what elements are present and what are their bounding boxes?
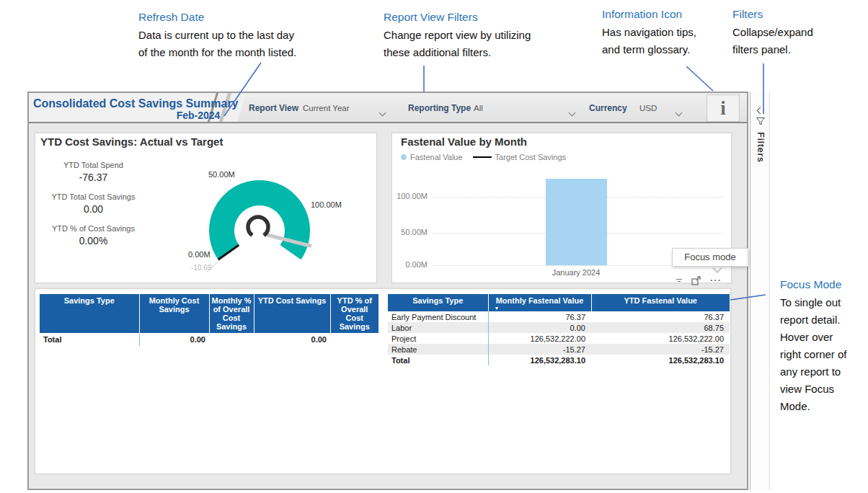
table-row[interactable]: Early Payment Discount76.3776.37 [388,311,730,322]
screenshot-canvas: Refresh Date Data is current up to the l… [0,0,868,493]
column-header[interactable]: Savings Type [388,294,488,311]
table-cell: 126,532,222.00 [488,333,591,344]
table-cell: 68.75 [591,322,730,333]
annotation-body: Change report view by utilizingthese add… [384,27,531,61]
chevron-down-glyph [379,110,386,117]
currency-value[interactable]: USD [639,104,657,112]
gauge-mid-label: 50.00M [208,170,235,179]
sort-descending-icon[interactable]: ▼ [495,306,500,311]
annotation-line: Hover over [780,329,847,346]
annotation-body: Collapse/expandfilters panel. [732,24,813,58]
table-row[interactable]: Rebate-15.27-15.27 [388,344,730,355]
info-button[interactable]: i [707,94,740,122]
filter-line [676,279,682,280]
table-cell: Project [388,333,488,344]
filters-pane-collapsed: Filters [750,92,770,490]
annotation-line: Has navigation tips, [602,24,696,41]
kpi-value: -76.37 [45,171,142,185]
chevron-down-glyph [569,110,576,117]
annotation-title: Filters [732,6,813,23]
table-cell: 126,532,222.00 [591,333,730,344]
gauge-visual-title: YTD Cost Savings: Actual vs Target [40,136,223,148]
table-row[interactable]: Project126,532,222.00126,532,222.00 [388,333,730,344]
annotation-line: filters panel. [732,41,813,58]
report-refresh-date: Feb-2024 [151,110,245,121]
focus-mode-tooltip: Focus mode [672,248,748,267]
table-cell: 0.00 [139,333,209,346]
chart-legend: Fastenal Value Target Cost Savings [401,153,566,161]
chevron-down-icon[interactable] [380,105,385,118]
kpi: YTD % of Cost Savings0.00% [45,223,142,248]
column-header[interactable]: Monthly % of Overall Cost Savings [209,294,254,333]
legend-line-target [473,156,492,158]
column-header[interactable]: YTD Fastenal Value [591,294,730,311]
bar-january-2024[interactable] [546,179,607,265]
chevron-down-icon[interactable] [676,105,681,118]
annotation-body: To single outreport detail.Hover overrig… [780,294,847,415]
chevron-left-icon[interactable] [758,103,763,116]
table-row[interactable]: Labor0.0068.75 [388,322,730,333]
reporting-type-label: Reporting Type [408,103,471,113]
report-title: Consolidated Cost Savings Summary [33,97,235,110]
filters-pane-label[interactable]: Filters [756,132,766,163]
chevron-left-glyph [757,107,764,115]
annotation-line: Mode. [780,398,847,415]
table-cell: Total [388,355,488,365]
gauge-max-label: 100.00M [311,200,342,209]
kpi: YTD Total Spend-76.37 [45,160,142,185]
table-cell: 0.00 [488,322,591,333]
annotation-line: and term glossary. [602,41,696,58]
table-cell: Labor [388,322,488,333]
column-header[interactable]: Monthly Cost Savings [139,294,209,333]
table-body: Total0.000.00 [40,333,378,346]
column-header[interactable]: Monthly Fastenal Value▼ [488,294,591,311]
kpi: YTD Total Cost Savings0.00 [45,192,142,216]
bar-visual-title: Fastenal Value by Month [401,136,527,148]
table-header: Savings TypeMonthly Fastenal Value▼YTD F… [388,294,730,311]
reporting-type-value[interactable]: All [474,104,483,112]
filter-line [678,281,681,283]
chevron-down-icon[interactable] [570,105,575,118]
gauge-arc[interactable] [209,180,310,259]
table-cell: Total [40,333,139,346]
filter-funnel-icon[interactable] [756,117,765,125]
info-icon: i [720,97,726,119]
table-header-row: Savings TypeMonthly Cost SavingsMonthly … [40,294,378,333]
column-header[interactable]: YTD Cost Savings [254,294,330,333]
column-header[interactable]: YTD % of Overall Cost Savings [330,294,378,333]
annotation-information-icon: Information Icon Has navigation tips,and… [602,6,696,58]
callout-line-information-icon [686,66,713,91]
gauge-min-label: 0.00M [188,250,211,259]
annotation-body: Has navigation tips,and term glossary. [602,24,696,58]
visual-header-icons: ··· [676,275,722,285]
x-axis-label: January 2024 [536,268,616,277]
y-axis-tick: 50.00M [395,228,428,236]
annotation-title: Focus Mode [780,276,847,293]
annotation-line: view Focus [780,381,847,398]
kpi-value: 0.00% [45,234,142,248]
focus-mode-icon[interactable] [691,276,701,285]
gauge-hub-arc [248,217,268,235]
annotation-line: Data is current up to the last day [138,27,296,44]
table-header: Savings TypeMonthly Cost SavingsMonthly … [40,294,378,333]
report-view-value[interactable]: Current Year [303,104,350,112]
chevron-down-glyph [676,110,683,117]
legend-dot-fastenal-value [401,154,407,160]
annotation-title: Report View Filters [384,9,531,26]
column-header[interactable]: Savings Type [40,294,139,333]
more-options-icon[interactable]: ··· [710,277,722,284]
table-body: Early Payment Discount76.3776.37Labor0.0… [388,311,730,365]
gauge-chart [195,169,353,285]
table-row[interactable]: Total0.000.00 [40,333,378,346]
table-cell: Early Payment Discount [388,311,488,322]
table-row[interactable]: Total126,532,283.10126,532,283.10 [388,355,730,365]
annotation-title: Information Icon [602,6,696,23]
table-cell: 76.37 [488,311,591,322]
table-cell [330,333,378,346]
report-view-label: Report View [249,103,298,113]
annotation-line: these additional filters. [384,44,531,61]
legend-label-fastenal-value: Fastenal Value [410,153,463,161]
annotation-body: Data is current up to the last dayof the… [138,27,296,61]
annotation-report-view-filters: Report View Filters Change report view b… [384,9,531,61]
visual-filter-icon[interactable] [676,277,682,283]
